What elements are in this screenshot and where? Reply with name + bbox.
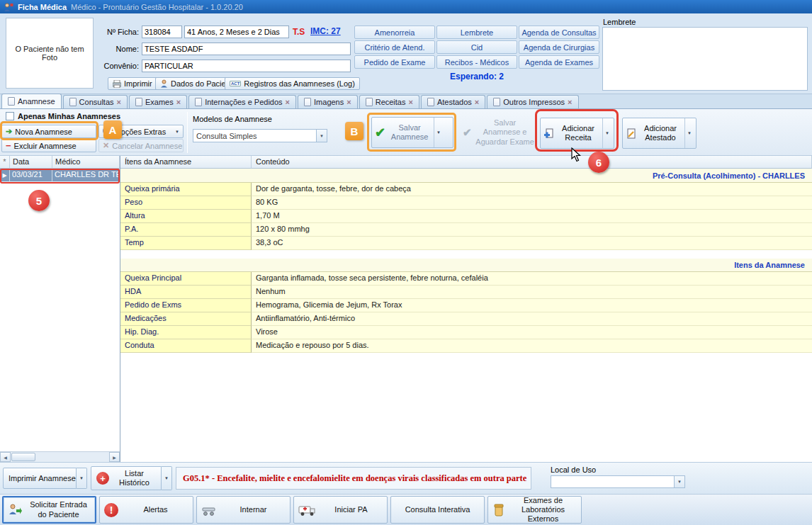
table-row[interactable]: Hip. Diag.Virose <box>120 326 812 339</box>
close-icon[interactable] <box>475 98 479 106</box>
listar-historico-dropdown[interactable] <box>162 466 172 490</box>
item-value: Dor de garganta, tosse, febre, dor de ca… <box>252 183 812 196</box>
tab-label: Exames <box>145 98 174 106</box>
table-row[interactable]: HDANenhum <box>120 286 812 299</box>
table-row[interactable]: Peso80 KG <box>120 196 812 210</box>
lembrete-textarea[interactable] <box>602 27 808 91</box>
quick-button-pedido-exame[interactable]: Pedido de Exame <box>354 55 435 69</box>
salvar-anamnese-button[interactable]: Salvar Anamnese <box>371 117 453 148</box>
close-icon[interactable] <box>408 98 412 106</box>
quick-button-agenda-consultas[interactable]: Agenda de Consultas <box>519 26 599 39</box>
chevron-down-icon[interactable] <box>316 130 327 142</box>
section-header-pre-consulta: Pré-Consulta (Acolhimento) - CHARLLES <box>120 169 812 183</box>
add-prescription-icon <box>543 128 554 139</box>
excluir-anamnese-label: Excluir Anamnese <box>14 142 77 150</box>
header-conteudo[interactable]: Conteúdo <box>252 156 812 169</box>
registros-anamneses-button[interactable]: ACT Registros das Anamneses (Log) <box>225 77 360 90</box>
row-data-cell: 03/03/21 <box>10 169 52 182</box>
tab-receitas[interactable]: Receitas <box>359 95 419 108</box>
solicitar-entrada-button[interactable]: Solicitar Entrada do Paciente <box>2 496 96 524</box>
person-icon <box>160 79 168 88</box>
lembrete-label: Lembrete <box>603 18 636 26</box>
imprimir-button[interactable]: Imprimir <box>108 77 157 90</box>
item-value: 38,3 oC <box>252 237 812 250</box>
tab-label: Internações e Pedidos <box>205 98 282 106</box>
quick-button-cid[interactable]: Cid <box>436 40 517 54</box>
listar-historico-label: Listar Histórico <box>113 469 156 487</box>
table-row[interactable]: CondutaMedicação e repouso por 5 dias. <box>120 339 812 353</box>
table-row[interactable]: Queixa PrincipalGarganta inflamada, toss… <box>120 272 812 286</box>
consulta-interativa-button[interactable]: Consulta Interativa <box>390 496 485 524</box>
tab-outros-impressos[interactable]: Outros Impressos <box>487 95 578 108</box>
internar-button[interactable]: Internar <box>196 496 291 524</box>
chevron-down-icon[interactable] <box>684 118 694 148</box>
tab-imagens[interactable]: Imagens <box>298 95 358 108</box>
local-de-uso-combobox[interactable] <box>551 475 685 488</box>
iniciar-pa-button[interactable]: Iniciar PA <box>293 496 388 524</box>
imprimir-label: Imprimir <box>124 79 152 88</box>
tab-label: Consultas <box>79 98 114 106</box>
alertas-label: Alertas <box>123 505 188 514</box>
table-row[interactable]: Queixa primáriaDor de garganta, tosse, f… <box>120 183 812 196</box>
tab-consultas[interactable]: Consultas <box>63 95 128 108</box>
item-label: Queixa Principal <box>120 272 252 286</box>
nome-input[interactable] <box>142 43 351 55</box>
scrollbar-thumb[interactable] <box>11 453 35 461</box>
close-icon[interactable] <box>568 98 572 106</box>
quick-button-agenda-cirurgias[interactable]: Agenda de Cirurgias <box>519 40 599 54</box>
patient-photo-placeholder: O Paciente não tem Foto <box>6 18 94 89</box>
scroll-left-icon[interactable] <box>0 452 11 462</box>
exames-laboratorios-button[interactable]: Exames de Laboratórios Externos <box>487 496 582 524</box>
tab-anamnese[interactable]: Anamnese <box>1 94 62 108</box>
horizontal-scrollbar[interactable] <box>0 451 120 462</box>
table-row[interactable]: Temp38,3 oC <box>120 237 812 250</box>
convenio-input[interactable] <box>142 60 351 72</box>
adicionar-receita-button[interactable]: Adicionar Receita <box>540 118 614 149</box>
listar-historico-button[interactable]: Listar Histórico <box>91 466 162 490</box>
quick-button-lembrete[interactable]: Lembrete <box>436 26 517 39</box>
quick-button-recibos-medicos[interactable]: Recibos - Médicos <box>436 55 517 69</box>
close-icon[interactable] <box>117 98 121 106</box>
excluir-anamnese-button[interactable]: Excluir Anamnese <box>1 139 96 152</box>
tab-atestados[interactable]: Atestados <box>421 95 485 108</box>
ambulance-icon <box>298 504 315 516</box>
historico-icon <box>96 472 109 485</box>
age-field <box>184 26 289 38</box>
nova-anamnese-button[interactable]: Nova Anamnese <box>1 125 96 138</box>
close-icon[interactable] <box>346 98 351 106</box>
annotation-badge-a: A <box>103 120 122 139</box>
table-row[interactable]: 03/03/21 CHARLLES DR TE <box>0 169 120 182</box>
close-icon[interactable] <box>176 98 181 106</box>
grid-header-medico[interactable]: Médico <box>52 156 120 169</box>
apenas-minhas-checkbox[interactable] <box>6 112 14 120</box>
table-row[interactable]: Altura1,70 M <box>120 210 812 223</box>
table-row[interactable]: MedicaçõesAntiinflamatório, Anti-térmico <box>120 312 812 326</box>
grid-header-data[interactable]: Data <box>10 156 52 169</box>
chevron-down-icon[interactable] <box>434 118 443 147</box>
imagens-tab-icon <box>304 98 311 106</box>
ficha-input[interactable] <box>142 26 182 38</box>
tab-internacoes-pedidos[interactable]: Internações e Pedidos <box>188 95 296 108</box>
quick-button-criterio-atend[interactable]: Critério de Atend. <box>354 40 435 54</box>
imc-link[interactable]: IMC: 27 <box>310 26 341 36</box>
save-wait-check-icon <box>463 126 472 139</box>
table-row[interactable]: P.A.120 x 80 mmhg <box>120 223 812 237</box>
item-value: Garganta inflamada, tosse seca persisten… <box>252 272 812 286</box>
opcoes-extras-label: Opções Extras <box>115 128 172 136</box>
imprimir-anamnese-dropdown[interactable] <box>77 468 87 489</box>
tab-exames[interactable]: Exames <box>129 95 187 108</box>
adicionar-atestado-button[interactable]: Adicionar Atestado <box>622 118 697 149</box>
tab-label: Outros Impressos <box>503 98 565 106</box>
chevron-down-icon[interactable] <box>602 118 611 148</box>
table-row[interactable]: Pedido de ExmsHemograma, Glicemia de Jej… <box>120 299 812 312</box>
imprimir-anamnese-button[interactable]: Imprimir Anamnese <box>3 468 77 489</box>
quick-button-agenda-exames[interactable]: Agenda de Exames <box>519 55 599 69</box>
alertas-button[interactable]: Alertas <box>99 496 193 524</box>
close-icon[interactable] <box>286 98 290 106</box>
modelos-anamnese-combobox[interactable]: Consulta Simples <box>193 129 327 142</box>
scroll-right-icon[interactable] <box>109 452 120 462</box>
header-itens-anamnese[interactable]: Ítens da Anamnese <box>120 156 252 169</box>
anamnese-content-table: Ítens da Anamnese Conteúdo Pré-Consulta … <box>120 156 812 462</box>
quick-button-amenorreia[interactable]: Amenorreia <box>354 26 435 39</box>
chevron-down-icon[interactable] <box>674 476 684 487</box>
